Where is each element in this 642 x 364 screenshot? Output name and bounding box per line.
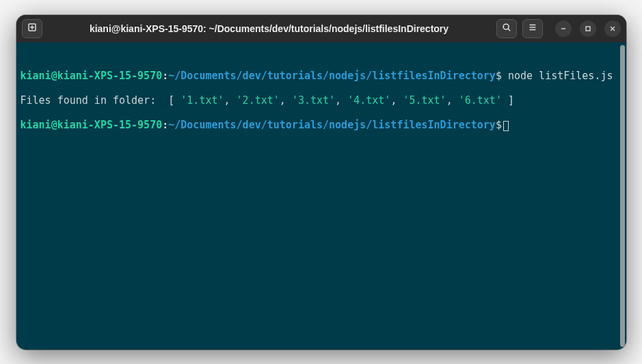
close-icon: [609, 23, 616, 35]
window-title: kiani@kiani-XPS-15-9570: ~/Documents/dev…: [46, 23, 492, 34]
output-file: '3.txt': [292, 94, 335, 107]
svg-rect-9: [586, 27, 590, 31]
prompt-colon: :: [162, 70, 168, 82]
search-icon: [502, 23, 511, 35]
output-file: '5.txt': [403, 94, 446, 107]
titlebar: kiani@kiani-XPS-15-9570: ~/Documents/dev…: [16, 15, 626, 42]
prompt-dollar: $: [496, 70, 502, 82]
scrollbar[interactable]: [620, 45, 625, 347]
new-tab-button[interactable]: [22, 19, 42, 38]
output-file: '4.txt': [347, 94, 390, 107]
terminal-window: kiani@kiani-XPS-15-9570: ~/Documents/dev…: [16, 15, 626, 350]
prompt-path: ~/Documents/dev/tutorials/nodejs/listfil…: [168, 70, 496, 82]
output-file: '2.txt': [237, 94, 280, 107]
svg-line-4: [508, 29, 510, 31]
maximize-icon: [585, 23, 591, 35]
maximize-button[interactable]: [580, 20, 596, 37]
search-button[interactable]: [496, 19, 517, 38]
output-file: '1.txt': [180, 94, 224, 107]
prompt-user: kiani@kiani-XPS-15-9570: [21, 70, 163, 82]
prompt-colon: :: [162, 119, 168, 131]
hamburger-icon: [528, 23, 537, 35]
cursor: [503, 121, 509, 131]
output-suffix: ]: [502, 94, 514, 107]
titlebar-left: [22, 19, 42, 38]
terminal-line: kiani@kiani-XPS-15-9570:~/Documents/dev/…: [21, 70, 622, 82]
terminal-line: Files found in folder: [ '1.txt', '2.txt…: [21, 94, 622, 107]
close-button[interactable]: [604, 20, 621, 37]
command-text: node listFiles.js: [502, 70, 613, 82]
prompt-user: kiani@kiani-XPS-15-9570: [21, 119, 163, 131]
terminal-line: kiani@kiani-XPS-15-9570:~/Documents/dev/…: [21, 119, 622, 131]
menu-button[interactable]: [522, 19, 543, 38]
output-file: '6.txt': [459, 94, 502, 107]
svg-point-3: [503, 24, 509, 29]
prompt-path: ~/Documents/dev/tutorials/nodejs/listfil…: [168, 119, 496, 131]
prompt-dollar: $: [496, 119, 502, 131]
minimize-button[interactable]: [555, 20, 572, 37]
new-tab-icon: [27, 22, 38, 36]
terminal-body[interactable]: kiani@kiani-XPS-15-9570:~/Documents/dev/…: [16, 42, 626, 350]
window-controls: [555, 20, 621, 37]
titlebar-right: [496, 19, 621, 38]
output-prefix: Files found in folder: [: [21, 94, 181, 107]
minimize-icon: [560, 23, 567, 35]
